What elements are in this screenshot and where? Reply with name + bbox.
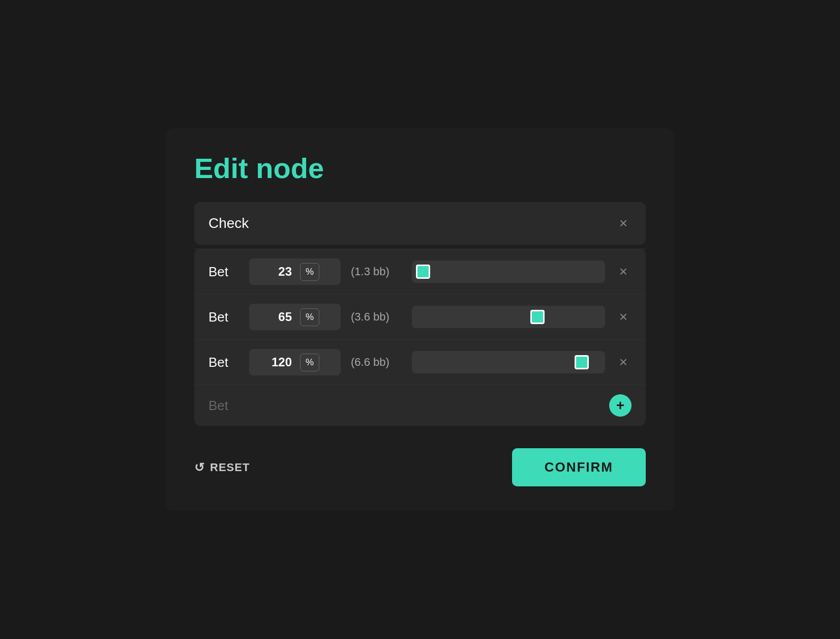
bb-label-3: (6.6 bb)	[351, 356, 402, 369]
add-bet-label: Bet	[208, 398, 239, 414]
bet-input-group-1: %	[249, 258, 341, 285]
bet-label-2: Bet	[208, 309, 239, 325]
slider-track-2	[412, 306, 605, 328]
plus-icon: +	[616, 398, 624, 413]
check-label: Check	[208, 215, 249, 231]
slider-3[interactable]	[412, 351, 605, 373]
slider-thumb-1[interactable]	[416, 265, 430, 279]
bet-input-group-2: %	[249, 304, 341, 330]
dialog-footer: ↺ RESET CONFIRM	[194, 448, 646, 486]
add-bet-button[interactable]: +	[609, 394, 632, 417]
slider-thumb-3[interactable]	[575, 355, 589, 369]
slider-1[interactable]	[412, 260, 605, 283]
check-section-header: Check ×	[194, 202, 646, 245]
close-icon-2: ×	[619, 310, 627, 324]
bet-value-input-3[interactable]	[249, 349, 300, 375]
bet-section: Bet % (1.3 bb) × Bet % (3.6 bb)	[194, 249, 646, 426]
close-icon-3: ×	[619, 355, 627, 369]
bet-row-3: Bet % (6.6 bb) ×	[194, 339, 646, 385]
bet-label-1: Bet	[208, 264, 239, 280]
confirm-label: CONFIRM	[545, 459, 613, 475]
slider-track-3	[412, 351, 605, 373]
close-icon: ×	[619, 216, 627, 230]
bet-close-button-2[interactable]: ×	[615, 308, 632, 326]
slider-2[interactable]	[412, 306, 605, 328]
reset-icon: ↺	[194, 460, 205, 475]
bet-close-button-3[interactable]: ×	[615, 353, 632, 371]
confirm-button[interactable]: CONFIRM	[512, 448, 646, 486]
slider-thumb-2[interactable]	[530, 310, 545, 324]
bet-value-input-1[interactable]	[249, 258, 300, 285]
close-icon-1: ×	[619, 265, 627, 279]
unit-badge-2: %	[300, 308, 319, 326]
bet-row-2: Bet % (3.6 bb) ×	[194, 294, 646, 339]
bb-label-2: (3.6 bb)	[351, 310, 402, 324]
bet-value-input-2[interactable]	[249, 304, 300, 330]
unit-badge-1: %	[300, 263, 319, 281]
bet-input-group-3: %	[249, 349, 341, 375]
edit-node-dialog: Edit node Check × Bet % (1.3 bb)	[166, 128, 674, 511]
reset-button[interactable]: ↺ RESET	[194, 460, 250, 475]
bet-label-3: Bet	[208, 355, 239, 370]
reset-label: RESET	[210, 461, 250, 474]
bb-label-1: (1.3 bb)	[351, 265, 402, 278]
slider-track-1	[412, 260, 605, 283]
bet-row-1: Bet % (1.3 bb) ×	[194, 249, 646, 294]
check-section: Check ×	[194, 202, 646, 245]
add-bet-row: Bet +	[194, 385, 646, 426]
unit-badge-3: %	[300, 354, 319, 371]
bet-close-button-1[interactable]: ×	[615, 263, 632, 281]
page-title: Edit node	[194, 153, 646, 184]
check-close-button[interactable]: ×	[615, 214, 632, 233]
